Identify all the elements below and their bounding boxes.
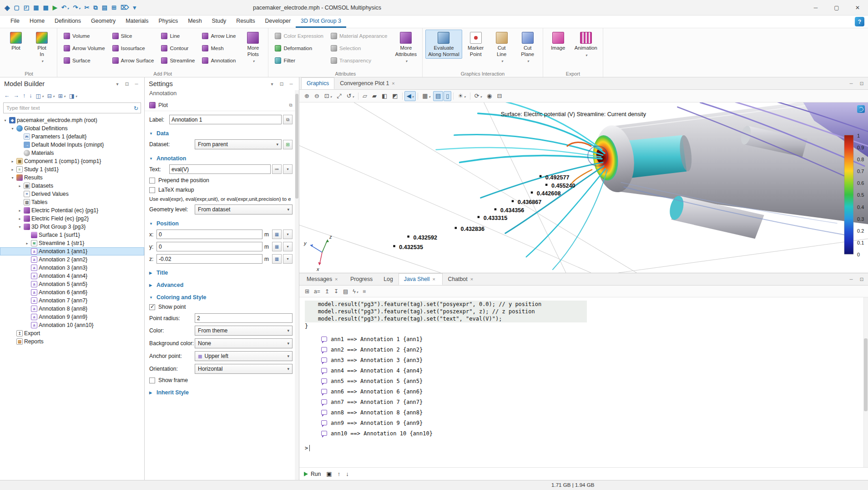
tree-item[interactable]: Tables (0, 198, 144, 206)
tree-item[interactable]: ▸ Electric Field (ec) {pg2} (0, 214, 144, 223)
console-tab[interactable]: Java Shell (399, 273, 443, 285)
shell-output-area[interactable]: model.result("pg3").feature(tag).set("po… (299, 297, 868, 467)
section-data[interactable]: Data (149, 130, 293, 137)
redo-icon[interactable]: ↷ (71, 2, 82, 13)
expand-arrow[interactable]: ▾ (10, 176, 15, 180)
more-commands-icon[interactable]: ▾ (131, 2, 138, 13)
float-panel-icon[interactable]: ⊡ (858, 276, 865, 283)
menu-tab[interactable]: Mesh (183, 15, 207, 28)
close-tab-icon[interactable] (335, 276, 339, 282)
float-panel-icon[interactable]: ⊡ (858, 80, 865, 87)
variables-icon[interactable]: a= (312, 287, 322, 296)
close-tab-icon[interactable] (470, 276, 475, 282)
collapse-panel-icon[interactable]: ─ (288, 80, 295, 87)
console-tab[interactable]: Progress (345, 273, 378, 285)
ribbon-button[interactable]: Image (546, 30, 570, 53)
section-coloring-style[interactable]: Coloring and Style (149, 294, 293, 301)
stop-icon[interactable]: ■ (361, 287, 368, 296)
show-frame-checkbox[interactable] (149, 378, 155, 383)
position-input[interactable] (156, 230, 262, 239)
expand-arrow[interactable]: ▾ (3, 118, 8, 122)
xy-plane-view-icon[interactable]: ▱ (360, 91, 369, 101)
range-button[interactable] (272, 242, 282, 251)
duplicate-icon[interactable]: ⊞ (110, 2, 118, 13)
more-plots-button[interactable]: More Plots (241, 30, 265, 65)
zoom-out-icon[interactable]: ⊖ (312, 91, 322, 101)
expression-menu-button[interactable] (283, 164, 293, 174)
tree-item[interactable]: Reports (0, 337, 144, 346)
ribbon-button[interactable]: Filter (271, 54, 327, 66)
collapse-panel-icon[interactable]: ─ (133, 80, 140, 87)
tree-item[interactable]: ▸ Streamline 1 {str1} (0, 239, 144, 247)
ribbon-button[interactable]: Arrow Line (198, 30, 239, 42)
section-inherit-style[interactable]: Inherit Style (149, 389, 293, 396)
tree-item[interactable]: Annotation 9 {ann9} (0, 313, 144, 321)
new-file-icon[interactable]: ▢ (12, 2, 21, 13)
prepend-position-checkbox[interactable] (149, 178, 155, 184)
ribbon-button[interactable]: Plot (4, 30, 28, 53)
console-tab[interactable]: Log (378, 273, 399, 285)
zoom-in-icon[interactable]: ⊕ (302, 91, 312, 101)
tree-item[interactable]: Annotation 4 {ann4} (0, 272, 144, 280)
tree-item[interactable]: Annotation 6 {ann6} (0, 288, 144, 296)
tree-item[interactable]: ▸ Electric Potential (ec) {pg1} (0, 206, 144, 214)
ribbon-button[interactable]: Transparency (327, 54, 391, 66)
expand-arrow[interactable]: ▾ (17, 225, 22, 229)
tree-item[interactable]: ▾ Results (0, 174, 144, 182)
move-up-icon[interactable]: ↑ (21, 92, 27, 99)
tree-item[interactable]: Derived Values (0, 190, 144, 198)
save-icon[interactable]: ▦ (31, 2, 40, 13)
ribbon-button[interactable]: Animation (572, 30, 600, 59)
graphics-tab[interactable]: Convergence Plot 1 (334, 77, 402, 89)
graphics-tab[interactable]: Graphics (301, 77, 334, 89)
yz-plane-view-icon[interactable]: ▰ (370, 91, 379, 101)
sound-icon[interactable]: ◀ (404, 91, 416, 101)
plot-in-window-icon[interactable]: ⧉ (287, 102, 294, 109)
update-plot-icon[interactable]: ⟳ (472, 91, 484, 101)
ribbon-button[interactable]: Marker Point (464, 30, 488, 59)
expression-button[interactable] (283, 254, 293, 264)
collapse-all-icon[interactable]: ↥ (323, 287, 331, 296)
graphics-help-icon[interactable] (857, 105, 865, 113)
float-panel-icon[interactable]: ⊡ (278, 80, 285, 87)
range-button[interactable] (272, 230, 282, 239)
section-advanced[interactable]: Advanced (149, 282, 293, 288)
minimize-panel-icon[interactable]: ─ (848, 276, 855, 283)
help-button[interactable]: ? (855, 17, 864, 26)
graphics-canvas[interactable]: Surface: Electric potential (V) Streamli… (299, 102, 868, 273)
position-input[interactable] (156, 242, 262, 251)
console-tab[interactable]: Chatbot (443, 273, 480, 285)
filter-input[interactable] (4, 105, 131, 111)
shell-prompt[interactable]: > (305, 445, 308, 451)
grid-icon[interactable]: ▤ (433, 91, 443, 101)
tree-item[interactable]: Annotation 8 {ann8} (0, 305, 144, 313)
panel-menu-icon[interactable]: ▾ (114, 80, 121, 87)
section-annotation[interactable]: Annotation (149, 155, 293, 162)
ribbon-button[interactable]: Arrow Volume (60, 42, 109, 54)
new-shell-icon[interactable]: ⊞ (303, 287, 311, 296)
tree-item[interactable]: ▾ Global Definitions (0, 124, 144, 133)
back-icon[interactable]: ← (3, 92, 11, 99)
label-input[interactable] (169, 115, 282, 124)
tree-item[interactable]: Annotation 1 {ann1} (0, 247, 144, 255)
ribbon-button[interactable]: Volume (60, 30, 109, 42)
tree-item[interactable]: ▸ Datasets (0, 182, 144, 190)
more-attributes-button[interactable]: More Attributes (392, 30, 419, 65)
zoom-box-icon[interactable]: ⊡ (322, 91, 334, 101)
tree-item[interactable]: Parameters 1 {default} (0, 133, 144, 141)
float-panel-icon[interactable]: ⊡ (123, 80, 131, 87)
menu-tab[interactable]: 3D Plot Group 3 (296, 15, 346, 28)
app-icon[interactable]: ◈ (3, 2, 12, 13)
tree-item[interactable]: Annotation 10 {ann10} (0, 321, 144, 329)
run-button[interactable]: Run (304, 471, 321, 477)
wireframe-icon[interactable]: ◩ (390, 91, 400, 101)
minimize-panel-icon[interactable]: ─ (848, 80, 855, 87)
history-icon[interactable]: ▤ (341, 287, 350, 296)
menu-tab[interactable]: Developer (260, 15, 296, 28)
dataset-select[interactable]: From parent (195, 139, 282, 149)
tree-item[interactable]: Materials (0, 149, 144, 157)
console-icon[interactable]: ▣ (326, 470, 332, 477)
color-select[interactable]: From theme (195, 326, 293, 336)
ribbon-button[interactable]: Color Expression (271, 30, 327, 42)
tree-item[interactable]: Annotation 3 {ann3} (0, 264, 144, 272)
